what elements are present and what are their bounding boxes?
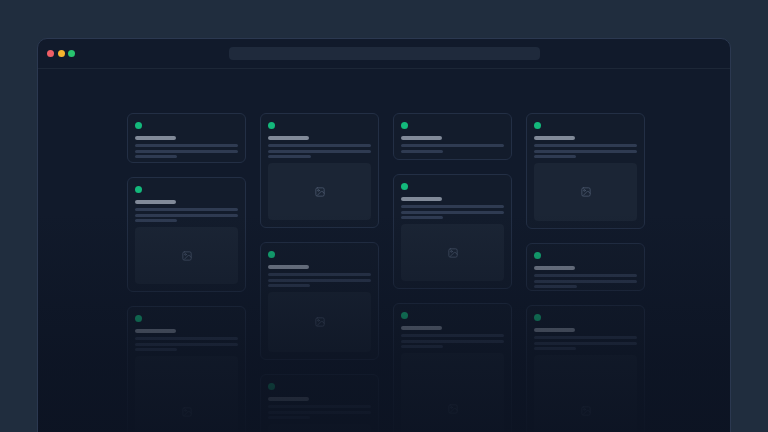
text-line-placeholder bbox=[268, 416, 310, 419]
image-icon bbox=[581, 187, 591, 197]
text-line-placeholder bbox=[135, 219, 177, 222]
feed-card[interactable] bbox=[260, 242, 379, 360]
url-bar[interactable] bbox=[229, 47, 540, 60]
card-title-placeholder bbox=[135, 136, 176, 140]
text-line-placeholder bbox=[135, 348, 177, 351]
card-text-placeholder bbox=[401, 334, 504, 348]
text-line-placeholder bbox=[401, 216, 443, 219]
text-line-placeholder bbox=[268, 155, 311, 158]
image-placeholder bbox=[268, 163, 371, 220]
card-text-placeholder bbox=[268, 273, 371, 287]
text-line-placeholder bbox=[401, 144, 504, 147]
card-board bbox=[127, 113, 645, 432]
card-column bbox=[393, 113, 512, 432]
image-placeholder bbox=[534, 163, 637, 221]
feed-card[interactable] bbox=[393, 113, 512, 160]
text-line-placeholder bbox=[534, 144, 637, 147]
image-placeholder bbox=[135, 356, 238, 432]
card-text-placeholder bbox=[401, 205, 504, 219]
minimize-button-icon[interactable] bbox=[58, 50, 65, 57]
image-icon bbox=[448, 248, 458, 258]
card-text-placeholder bbox=[534, 144, 637, 158]
card-text-placeholder bbox=[135, 208, 238, 222]
close-button-icon[interactable] bbox=[47, 50, 54, 57]
text-line-placeholder bbox=[534, 155, 576, 158]
image-placeholder bbox=[268, 424, 371, 432]
image-icon bbox=[182, 251, 192, 261]
card-text-placeholder bbox=[534, 274, 637, 288]
status-dot-icon bbox=[401, 312, 408, 319]
status-dot-icon bbox=[534, 252, 541, 259]
feed-card[interactable] bbox=[127, 306, 246, 432]
text-line-placeholder bbox=[268, 279, 371, 282]
text-line-placeholder bbox=[268, 150, 371, 153]
card-column bbox=[260, 113, 379, 432]
feed-card[interactable] bbox=[526, 243, 645, 291]
text-line-placeholder bbox=[268, 144, 371, 147]
text-line-placeholder bbox=[401, 334, 504, 337]
feed-card[interactable] bbox=[526, 305, 645, 432]
image-placeholder bbox=[135, 227, 238, 284]
maximize-button-icon[interactable] bbox=[68, 50, 75, 57]
text-line-placeholder bbox=[534, 150, 637, 153]
status-dot-icon bbox=[268, 122, 275, 129]
text-line-placeholder bbox=[135, 155, 177, 158]
card-title-placeholder bbox=[268, 136, 309, 140]
image-placeholder bbox=[401, 353, 504, 432]
text-line-placeholder bbox=[268, 411, 371, 414]
text-line-placeholder bbox=[401, 345, 443, 348]
card-title-placeholder bbox=[135, 329, 176, 333]
card-text-placeholder bbox=[135, 337, 238, 351]
card-column bbox=[526, 113, 645, 432]
card-text-placeholder bbox=[268, 144, 371, 158]
card-title-placeholder bbox=[401, 326, 442, 330]
feed-card[interactable] bbox=[260, 113, 379, 228]
image-icon bbox=[315, 317, 325, 327]
text-line-placeholder bbox=[401, 211, 504, 214]
browser-titlebar bbox=[38, 39, 730, 69]
image-placeholder bbox=[268, 292, 371, 352]
feed-card[interactable] bbox=[127, 177, 246, 292]
card-title-placeholder bbox=[534, 136, 575, 140]
text-line-placeholder bbox=[401, 205, 504, 208]
image-icon bbox=[448, 404, 458, 414]
status-dot-icon bbox=[401, 183, 408, 190]
card-column bbox=[127, 113, 246, 432]
feed-card[interactable] bbox=[393, 174, 512, 289]
text-line-placeholder bbox=[534, 336, 637, 339]
card-title-placeholder bbox=[534, 328, 575, 332]
status-dot-icon bbox=[135, 186, 142, 193]
card-title-placeholder bbox=[401, 197, 442, 201]
card-text-placeholder bbox=[135, 144, 238, 158]
status-dot-icon bbox=[534, 122, 541, 129]
text-line-placeholder bbox=[135, 343, 238, 346]
card-title-placeholder bbox=[534, 266, 575, 270]
text-line-placeholder bbox=[135, 337, 238, 340]
status-dot-icon bbox=[268, 251, 275, 258]
text-line-placeholder bbox=[135, 208, 238, 211]
card-text-placeholder bbox=[534, 336, 637, 350]
text-line-placeholder bbox=[135, 150, 238, 153]
feed-card[interactable] bbox=[127, 113, 246, 163]
feed-card[interactable] bbox=[393, 303, 512, 432]
text-line-placeholder bbox=[268, 273, 371, 276]
status-dot-icon bbox=[135, 315, 142, 322]
text-line-placeholder bbox=[534, 342, 637, 345]
text-line-placeholder bbox=[534, 274, 637, 277]
text-line-placeholder bbox=[401, 150, 443, 153]
card-text-placeholder bbox=[268, 405, 371, 419]
card-title-placeholder bbox=[135, 200, 176, 204]
image-icon bbox=[581, 406, 591, 416]
feed-card[interactable] bbox=[526, 113, 645, 229]
feed-card[interactable] bbox=[260, 374, 379, 432]
text-line-placeholder bbox=[268, 284, 310, 287]
card-title-placeholder bbox=[401, 136, 442, 140]
text-line-placeholder bbox=[534, 285, 577, 288]
card-text-placeholder bbox=[401, 144, 504, 153]
status-dot-icon bbox=[268, 383, 275, 390]
text-line-placeholder bbox=[135, 214, 238, 217]
status-dot-icon bbox=[401, 122, 408, 129]
image-icon bbox=[315, 187, 325, 197]
card-title-placeholder bbox=[268, 265, 309, 269]
text-line-placeholder bbox=[534, 347, 576, 350]
